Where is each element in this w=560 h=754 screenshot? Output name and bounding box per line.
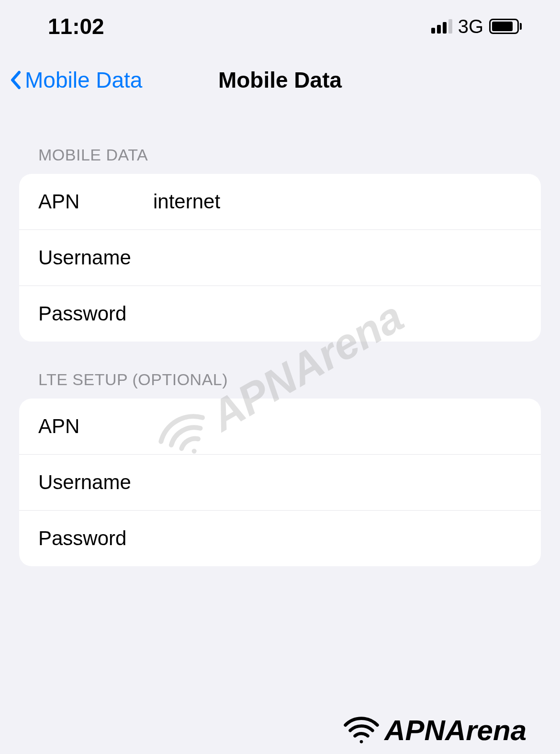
status-time: 11:02 (48, 13, 104, 39)
status-bar: 11:02 3G (0, 0, 560, 48)
status-indicators: 3G (431, 16, 522, 37)
field-row-username[interactable]: Username (19, 230, 541, 286)
field-row-username[interactable]: Username (19, 455, 541, 511)
lte-apn-input[interactable] (153, 415, 522, 438)
section-header: MOBILE DATA (0, 146, 560, 174)
apn-input[interactable] (153, 190, 522, 213)
signal-icon (431, 19, 452, 34)
section-lte-setup: LTE SETUP (OPTIONAL) APN Username Passwo… (0, 370, 560, 566)
section-body: APN Username Password (19, 399, 541, 566)
section-mobile-data: MOBILE DATA APN Username Password (0, 146, 560, 342)
field-row-password[interactable]: Password (19, 286, 541, 342)
navigation-bar: Mobile Data Mobile Data (0, 48, 560, 117)
lte-username-input[interactable] (153, 471, 522, 494)
section-body: APN Username Password (19, 174, 541, 342)
page-title: Mobile Data (218, 67, 342, 93)
field-label: Username (38, 246, 153, 269)
field-row-apn[interactable]: APN (19, 399, 541, 455)
lte-password-input[interactable] (153, 527, 522, 550)
field-row-password[interactable]: Password (19, 511, 541, 566)
field-label: Password (38, 302, 153, 325)
password-input[interactable] (153, 302, 522, 325)
field-label: Password (38, 527, 153, 550)
footer-logo: APNArena (342, 714, 526, 747)
chevron-left-icon (10, 70, 21, 90)
field-row-apn[interactable]: APN (19, 174, 541, 230)
footer-logo-text: APNArena (384, 714, 526, 747)
network-type: 3G (458, 16, 483, 37)
wifi-icon (342, 716, 381, 745)
field-label: APN (38, 415, 153, 438)
battery-icon (489, 19, 522, 34)
section-header: LTE SETUP (OPTIONAL) (0, 370, 560, 399)
username-input[interactable] (153, 246, 522, 269)
field-label: Username (38, 471, 153, 494)
field-label: APN (38, 190, 153, 213)
back-label: Mobile Data (25, 67, 142, 93)
back-button[interactable]: Mobile Data (10, 67, 142, 93)
